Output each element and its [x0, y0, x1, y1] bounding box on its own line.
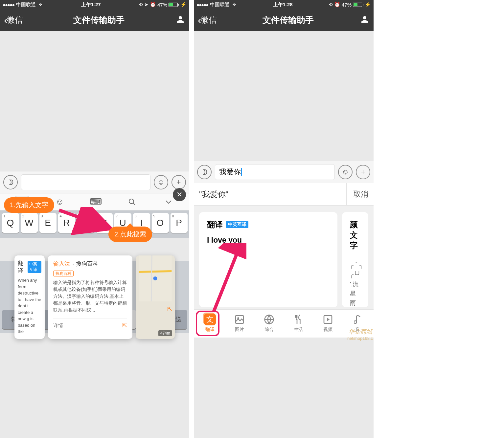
search-header: "我爱你" 取消	[194, 183, 374, 206]
card-title-rest: - 搜狗百科	[73, 260, 98, 268]
expand-tool-button[interactable]	[163, 196, 174, 208]
keyboard-tool-button[interactable]: ⌨	[90, 196, 102, 208]
nav-bar: ‹ 微信 文件传输助手	[0, 9, 189, 31]
back-label: 微信	[7, 15, 23, 25]
baike-card[interactable]: 输入法 - 搜狗百科 搜狗百科 输入法是指为了将各种符号输入计算机或其他设备(如…	[48, 255, 132, 339]
card-body: 输入法是指为了将各种符号输入计算机或其他设备(如手机)而采用的编码方法。汉字输入…	[53, 279, 127, 314]
nav-bar: ‹ 微信 文件传输助手	[194, 9, 374, 31]
detail-link[interactable]: 详情	[53, 322, 63, 329]
message-input[interactable]	[21, 174, 150, 190]
tab-label: 综合	[264, 327, 274, 333]
result-title: 翻译	[207, 219, 223, 230]
charging-icon: ⚡	[365, 2, 371, 8]
map-distance: 474m	[158, 330, 172, 336]
alarm-icon: ⏰	[334, 2, 340, 8]
chat-area[interactable]	[0, 31, 189, 171]
key-w[interactable]: 2W	[21, 213, 38, 233]
tab-icon	[322, 314, 334, 325]
key-o[interactable]: 9O	[152, 213, 169, 233]
profile-button[interactable]	[175, 14, 185, 26]
svg-line-0	[59, 210, 105, 227]
svg-line-4	[139, 271, 172, 272]
status-bar: ●●●●● 中国联通 上午1:28 ⟲ ⏰ 47% ⚡	[194, 0, 374, 9]
key-e[interactable]: 3E	[39, 213, 57, 233]
phone-left-screenshot: ●●●●● 中国联通 上午1:27 ⟲ ➤ ⏰ 47% ⚡ ‹ 微信 文件传输助…	[0, 0, 189, 438]
profile-button[interactable]	[360, 14, 370, 26]
voice-button[interactable]	[197, 165, 212, 179]
tab-综合[interactable]: 综合	[254, 314, 284, 333]
nav-title: 文件传输助手	[23, 14, 175, 26]
tab-icon	[263, 314, 275, 325]
alarm-icon: ⏰	[150, 2, 156, 8]
wifi-icon	[38, 2, 43, 8]
search-query: "我爱你"	[199, 189, 346, 200]
tab-生活[interactable]: 生活	[284, 314, 313, 333]
card-title-orange: 输入法	[53, 260, 70, 268]
back-button[interactable]: ‹ 微信	[198, 14, 217, 26]
translate-card[interactable]: 翻译 中英互译 When any form destructive to t h…	[14, 255, 45, 339]
share-icon[interactable]: ⇱	[122, 322, 127, 329]
status-bar: ●●●●● 中国联通 上午1:27 ⟲ ➤ ⏰ 47% ⚡	[0, 0, 189, 9]
emoji-button[interactable]: ☺	[338, 165, 353, 179]
signal-dots-icon: ●●●●●	[3, 2, 14, 8]
wifi-icon	[232, 2, 237, 8]
key-q[interactable]: 1Q	[2, 213, 19, 233]
battery-icon	[353, 3, 363, 7]
input-bar: ☺ +	[0, 171, 189, 193]
carrier-label: 中国联通	[210, 2, 230, 8]
close-keyboard-button[interactable]: ✕	[173, 188, 186, 201]
tab-label: 视频	[323, 327, 332, 333]
tab-icon	[292, 314, 304, 325]
back-label: 微信	[201, 15, 217, 25]
lock-rotation-icon: ⟲	[139, 2, 143, 8]
svg-line-2	[133, 203, 135, 205]
kaomoji-result-card[interactable]: 颜文字 ╭⌒╮╭╰╯',流星雨你说	[342, 212, 368, 307]
battery-icon	[169, 3, 179, 7]
result-title: 颜文字	[350, 219, 360, 251]
status-time: 上午1:27	[43, 2, 139, 8]
text-cursor	[241, 168, 242, 176]
back-button[interactable]: ‹ 微信	[4, 14, 23, 26]
baike-source-tag: 搜狗百科	[53, 271, 74, 276]
emoji-tool-button[interactable]: ☺	[54, 196, 66, 208]
search-tool-button[interactable]	[126, 196, 138, 208]
svg-point-6	[153, 276, 157, 280]
svg-line-7	[214, 246, 240, 312]
svg-point-1	[129, 199, 134, 204]
watermark-url: netshop168.c	[347, 336, 373, 341]
chat-area[interactable]	[194, 31, 374, 161]
emoji-button[interactable]: ☺	[154, 175, 168, 189]
svg-line-5	[151, 255, 152, 301]
key-p[interactable]: 0P	[171, 213, 188, 233]
message-input[interactable]: 我爱你	[215, 164, 335, 180]
tab-label: 图片	[235, 327, 244, 333]
cancel-button[interactable]: 取消	[346, 183, 368, 205]
add-button[interactable]: +	[172, 175, 186, 189]
charging-icon: ⚡	[180, 2, 187, 8]
tab-label: 生活	[294, 327, 303, 333]
watermark-text: 华企商城	[349, 328, 372, 336]
battery-percent: 47%	[157, 2, 167, 8]
add-button[interactable]: +	[356, 165, 370, 179]
phone-right-screenshot: ●●●●● 中国联通 上午1:28 ⟲ ⏰ 47% ⚡ ‹ 微信 文件传输助手	[194, 0, 374, 438]
lock-rotation-icon: ⟲	[329, 2, 333, 8]
map-card[interactable]: 474m ⇱	[136, 255, 175, 339]
signal-dots-icon: ●●●●●	[196, 2, 208, 8]
card-body: When any form destructive to t have the …	[18, 277, 41, 335]
tab-视频[interactable]: 视频	[313, 314, 343, 333]
nav-title: 文件传输助手	[217, 14, 360, 26]
battery-percent: 47%	[342, 2, 352, 8]
callout-step-1: 1.先输入文字	[4, 197, 54, 213]
voice-button[interactable]	[3, 175, 18, 189]
search-cards-area: 翻译 中英互译 When any form destructive to t h…	[14, 255, 175, 339]
translate-tag: 中英互译	[28, 261, 41, 273]
share-icon[interactable]: ⇱	[167, 306, 172, 312]
input-bar: 我爱你 ☺ +	[194, 161, 374, 183]
location-icon: ➤	[144, 2, 149, 8]
callout-step-2: 2.点此搜索	[108, 227, 152, 242]
tutorial-arrow-icon	[207, 243, 246, 318]
carrier-label: 中国联通	[16, 2, 36, 8]
card-title: 翻译	[18, 259, 25, 274]
tab-icon	[352, 314, 363, 325]
status-time: 上午1:28	[237, 2, 329, 8]
